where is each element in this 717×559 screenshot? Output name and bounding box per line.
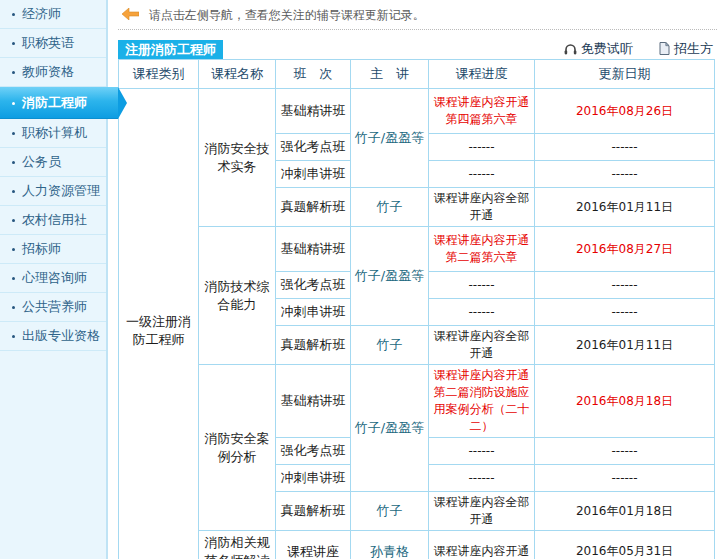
table-row: 消防相关规范名师解读 课程讲座 孙青格 课程讲座内容开通 2016年05月31日	[119, 531, 715, 559]
notice-bar: 请点击左侧导航，查看您关注的辅导课程更新记录。	[118, 0, 717, 30]
progress-cell: ------	[429, 272, 535, 299]
progress-cell: 课程讲座内容全部开通	[429, 492, 535, 531]
col-header-date: 更新日期	[535, 60, 715, 89]
date-cell: ------	[535, 438, 715, 465]
class-cell: 冲刺串讲班	[276, 465, 351, 492]
class-cell: 真题解析班	[276, 326, 351, 365]
teacher-cell: 孙青格	[351, 531, 429, 559]
sidebar-item-label: 经济师	[22, 6, 61, 21]
sidebar-item-psych-counselor[interactable]: 心理咨询师	[0, 264, 106, 293]
category-cell: 一级注册消防工程师	[119, 89, 199, 559]
sidebar-item-label: 招标师	[22, 241, 61, 256]
notice-text: 请点击左侧导航，查看您关注的辅导课程更新记录。	[149, 8, 425, 22]
sidebar-item-nutritionist[interactable]: 公共营养师	[0, 293, 106, 322]
table-row: 消防技术综合能力 基础精讲班 竹子/盈盈等 课程讲座内容开通第二篇第六章 201…	[119, 227, 715, 272]
sidebar-item-label: 人力资源管理	[22, 183, 100, 198]
date-cell: 2016年08月26日	[535, 89, 715, 134]
class-cell: 基础精讲班	[276, 365, 351, 438]
category-sidebar: 经济师 职称英语 教师资格 消防工程师 职称计算机 公务员 人力资源管理 农村信…	[0, 0, 108, 559]
header-links: 免费试听 招生方	[542, 40, 713, 58]
col-header-class: 班 次	[276, 60, 351, 89]
sidebar-item-civil-servant[interactable]: 公务员	[0, 148, 106, 177]
sidebar-item-bidding[interactable]: 招标师	[0, 235, 106, 264]
sidebar-item-title-computer[interactable]: 职称计算机	[0, 119, 106, 148]
sidebar-item-label: 农村信用社	[22, 212, 87, 227]
sidebar-item-economist[interactable]: 经济师	[0, 0, 106, 29]
course-cell: 消防技术综合能力	[199, 227, 276, 365]
tab-registered-fire-engineer[interactable]: 注册消防工程师	[118, 40, 223, 59]
teacher-cell: 竹子	[351, 326, 429, 365]
sidebar-item-rural-credit[interactable]: 农村信用社	[0, 206, 106, 235]
date-cell: 2016年01月11日	[535, 326, 715, 365]
progress-cell: 课程讲座内容全部开通	[429, 326, 535, 365]
progress-cell: ------	[429, 465, 535, 492]
course-cell: 消防相关规范名师解读	[199, 531, 276, 559]
sidebar-item-hr-management[interactable]: 人力资源管理	[0, 177, 106, 206]
panel-header: 注册消防工程师 免费试听 招生方	[118, 39, 717, 59]
class-cell: 基础精讲班	[276, 89, 351, 134]
progress-cell: 课程讲座内容开通第二篇消防设施应用案例分析（二十二）	[429, 365, 535, 438]
class-cell: 强化考点班	[276, 272, 351, 299]
sidebar-item-label: 职称计算机	[22, 125, 87, 140]
sidebar-item-label: 公务员	[22, 154, 61, 169]
date-cell: ------	[535, 299, 715, 326]
class-cell: 真题解析班	[276, 188, 351, 227]
sidebar-item-label: 教师资格	[22, 64, 74, 79]
progress-cell: 课程讲座内容开通第四篇第六章	[429, 89, 535, 134]
class-cell: 冲刺串讲班	[276, 299, 351, 326]
col-header-course: 课程名称	[199, 60, 276, 89]
table-row: 一级注册消防工程师 消防安全技术实务 基础精讲班 竹子/盈盈等 课程讲座内容开通…	[119, 89, 715, 134]
table-header-row: 课程类别 课程名称 班 次 主 讲 课程进度 更新日期	[119, 60, 715, 89]
teacher-cell: 竹子/盈盈等	[351, 89, 429, 188]
progress-cell: ------	[429, 299, 535, 326]
sidebar-item-label: 心理咨询师	[22, 270, 87, 285]
table-row: 消防安全案例分析 基础精讲班 竹子/盈盈等 课程讲座内容开通第二篇消防设施应用案…	[119, 365, 715, 438]
date-cell: ------	[535, 134, 715, 161]
progress-cell: 课程讲座内容开通第二篇第六章	[429, 227, 535, 272]
class-cell: 冲刺串讲班	[276, 161, 351, 188]
teacher-cell: 竹子	[351, 492, 429, 531]
sidebar-item-fire-engineer[interactable]: 消防工程师	[0, 87, 118, 119]
free-trial-link[interactable]: 免费试听	[564, 41, 633, 56]
sidebar-item-publishing-cert[interactable]: 出版专业资格	[0, 322, 106, 351]
date-cell: 2016年01月18日	[535, 492, 715, 531]
free-trial-label: 免费试听	[581, 41, 633, 56]
date-cell: ------	[535, 161, 715, 188]
col-header-category: 课程类别	[119, 60, 199, 89]
progress-cell: ------	[429, 438, 535, 465]
class-cell: 真题解析班	[276, 492, 351, 531]
date-cell: ------	[535, 272, 715, 299]
progress-cell: 课程讲座内容开通	[429, 531, 535, 559]
sidebar-item-label: 消防工程师	[22, 95, 87, 110]
class-cell: 强化考点班	[276, 438, 351, 465]
col-header-progress: 课程进度	[429, 60, 535, 89]
main-content: 请点击左侧导航，查看您关注的辅导课程更新记录。 注册消防工程师 免费试听 招生方…	[118, 0, 717, 559]
class-cell: 强化考点班	[276, 134, 351, 161]
enrollment-label: 招生方	[674, 41, 713, 56]
sidebar-item-label: 职称英语	[22, 35, 74, 50]
sidebar-item-label: 公共营养师	[22, 299, 87, 314]
progress-cell: ------	[429, 161, 535, 188]
headphones-icon	[564, 43, 577, 55]
document-icon	[659, 42, 670, 55]
date-cell: 2016年08月18日	[535, 365, 715, 438]
sidebar-item-teacher-cert[interactable]: 教师资格	[0, 58, 106, 87]
class-cell: 基础精讲班	[276, 227, 351, 272]
sidebar-item-label: 出版专业资格	[22, 328, 100, 343]
progress-cell: ------	[429, 134, 535, 161]
teacher-cell: 竹子/盈盈等	[351, 227, 429, 326]
teacher-cell: 竹子	[351, 188, 429, 227]
date-cell: 2016年05月31日	[535, 531, 715, 559]
col-header-teacher: 主 讲	[351, 60, 429, 89]
class-cell: 课程讲座	[276, 531, 351, 559]
date-cell: 2016年08月27日	[535, 227, 715, 272]
orange-left-arrow-icon	[122, 1, 139, 31]
enrollment-link[interactable]: 招生方	[659, 41, 713, 56]
course-update-table: 课程类别 课程名称 班 次 主 讲 课程进度 更新日期 一级注册消防工程师 消防…	[118, 59, 715, 559]
sidebar-item-title-english[interactable]: 职称英语	[0, 29, 106, 58]
date-cell: ------	[535, 465, 715, 492]
page-root: { "sidebar": { "items": [ { "label": "经济…	[0, 0, 717, 559]
course-cell: 消防安全案例分析	[199, 365, 276, 531]
date-cell: 2016年01月11日	[535, 188, 715, 227]
course-cell: 消防安全技术实务	[199, 89, 276, 227]
